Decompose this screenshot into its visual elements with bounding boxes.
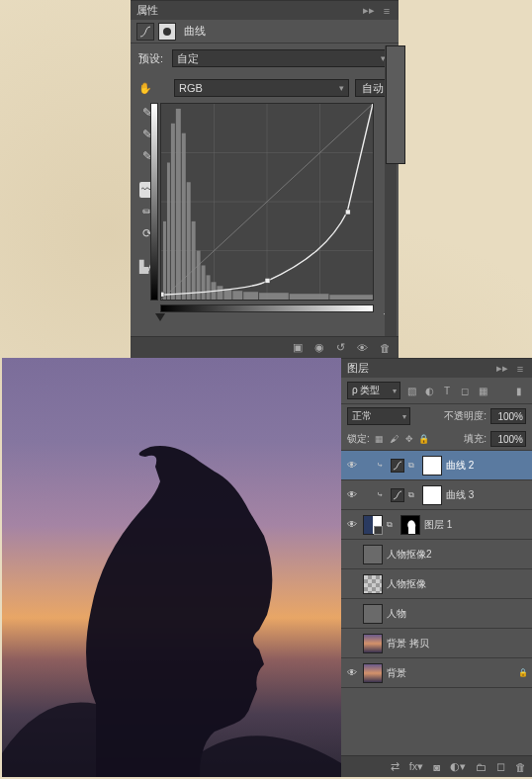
lock-position-icon[interactable]: ✥ <box>403 433 415 445</box>
layer-name-label[interactable]: 人物 <box>387 607 528 621</box>
opacity-input[interactable]: 100% <box>490 408 526 424</box>
channel-select[interactable]: RGB <box>174 79 349 97</box>
visibility-toggle-icon[interactable]: 👁 <box>345 489 359 500</box>
layer-row[interactable]: 人物抠像2 <box>341 540 532 569</box>
curves-adjustment-icon <box>136 23 154 41</box>
layer-name-label[interactable]: 图层 1 <box>424 518 528 532</box>
add-mask-icon[interactable]: ◙ <box>433 761 440 773</box>
link-mask-icon[interactable]: ⧉ <box>387 520 397 530</box>
panel-menu-icon[interactable]: ≡ <box>381 5 393 17</box>
properties-title: 属性 <box>136 3 363 18</box>
filter-shape-icon[interactable]: ◻ <box>458 384 472 397</box>
properties-scrollbar[interactable] <box>385 45 397 336</box>
link-layers-icon[interactable]: ⇄ <box>391 760 399 773</box>
delete-adjustment-icon[interactable]: 🗑 <box>380 342 391 354</box>
curves-graph[interactable] <box>160 103 374 301</box>
svg-rect-13 <box>192 221 196 300</box>
lock-transparent-icon[interactable]: ▦ <box>374 433 386 445</box>
collapse-icon[interactable]: ▸▸ <box>363 5 375 17</box>
toggle-visibility-icon[interactable]: 👁 <box>357 342 368 354</box>
finger-tool-icon[interactable]: ✋ <box>138 82 152 95</box>
filter-smart-icon[interactable]: ▦ <box>476 384 489 397</box>
curves-layer-icon <box>391 488 404 502</box>
layer-row[interactable]: 人物 <box>341 599 532 629</box>
layer-row[interactable]: 背景 拷贝 <box>341 629 532 658</box>
layer-row[interactable]: 👁⤷⧉曲线 2 <box>341 451 532 480</box>
layer-row[interactable]: 👁背景🔒 <box>341 658 532 688</box>
panel-menu-icon[interactable]: ≡ <box>514 363 526 375</box>
svg-rect-20 <box>232 291 242 300</box>
fill-input[interactable]: 100% <box>490 431 526 447</box>
clipping-indicator-icon: ⤷ <box>377 461 387 470</box>
preset-select[interactable]: 自定 <box>172 49 391 67</box>
layer-filter-row: ρ 类型 ▧ ◐ T ◻ ▦ ▮ <box>341 378 532 404</box>
properties-panel: 属性 ▸▸ ≡ 曲线 预设: 自定 ✋ RGB 自动 ✎ ✎ ✎ 〰 ✏ ⟳ ▙… <box>131 0 399 358</box>
channel-row: ✋ RGB 自动 <box>131 73 399 103</box>
view-previous-icon[interactable]: ◉ <box>314 341 324 354</box>
layer-name-label[interactable]: 人物抠像 <box>387 577 528 591</box>
black-point-slider[interactable] <box>155 313 165 321</box>
filter-toggle-icon[interactable]: ▮ <box>512 384 526 397</box>
svg-rect-23 <box>290 294 329 300</box>
layer-name-label[interactable]: 背景 拷贝 <box>387 637 528 650</box>
curves-graph-container <box>160 103 391 301</box>
lock-pixels-icon[interactable]: 🖌 <box>389 433 400 445</box>
lock-label: 锁定: <box>347 432 370 446</box>
filter-adjustment-icon[interactable]: ◐ <box>422 384 436 397</box>
collapse-icon[interactable]: ▸▸ <box>496 363 508 375</box>
link-mask-icon[interactable]: ⧉ <box>408 461 418 471</box>
layer-name-label[interactable]: 曲线 2 <box>446 459 528 473</box>
layer-row[interactable]: 人物抠像 <box>341 569 532 599</box>
svg-rect-9 <box>171 124 175 300</box>
svg-rect-25 <box>161 292 164 297</box>
delete-layer-icon[interactable]: 🗑 <box>515 761 526 773</box>
input-gradient <box>160 304 374 312</box>
properties-titlebar[interactable]: 属性 ▸▸ ≡ <box>131 0 399 20</box>
layer-name-label[interactable]: 曲线 3 <box>446 488 528 502</box>
clip-to-layer-icon[interactable]: ▣ <box>293 341 303 354</box>
lock-fill-row: 锁定: ▦ 🖌 ✥ 🔒 填充: 100% <box>341 428 532 450</box>
filter-pixel-icon[interactable]: ▧ <box>404 384 418 397</box>
clipping-indicator-icon: ⤷ <box>377 490 387 499</box>
layer-fx-icon[interactable]: fx▾ <box>409 760 424 773</box>
svg-rect-18 <box>217 286 222 300</box>
lock-all-icon[interactable]: 🔒 <box>418 433 430 445</box>
layer-filter-select[interactable]: ρ 类型 <box>347 382 400 399</box>
reset-icon[interactable]: ↺ <box>336 341 345 354</box>
svg-rect-16 <box>207 275 211 300</box>
svg-rect-11 <box>182 133 186 300</box>
layer-locked-icon: 🔒 <box>518 668 528 677</box>
layer-thumb[interactable] <box>363 515 383 535</box>
layer-thumb[interactable] <box>363 604 383 624</box>
svg-rect-15 <box>202 265 206 300</box>
curves-svg <box>161 104 373 300</box>
layer-thumb[interactable] <box>363 545 383 564</box>
layers-titlebar[interactable]: 图层 ▸▸ ≡ <box>341 358 532 378</box>
new-layer-icon[interactable]: ◻ <box>496 760 505 773</box>
layer-name-label[interactable]: 人物抠像2 <box>387 548 528 562</box>
new-group-icon[interactable]: 🗀 <box>476 761 487 773</box>
svg-rect-27 <box>345 210 350 215</box>
layer-thumb[interactable] <box>363 663 383 683</box>
layer-name-label[interactable]: 背景 <box>387 666 514 680</box>
adjustment-header: 曲线 <box>131 20 399 43</box>
layer-thumb[interactable] <box>363 574 383 594</box>
link-mask-icon[interactable]: ⧉ <box>408 490 418 500</box>
layer-thumb[interactable] <box>363 634 383 653</box>
layer-mask-thumb[interactable] <box>422 456 442 476</box>
blend-mode-select[interactable]: 正常 <box>347 407 410 425</box>
mask-mode-icon[interactable] <box>158 23 176 41</box>
layer-row[interactable]: 👁⤷⧉曲线 3 <box>341 480 532 510</box>
visibility-toggle-icon[interactable]: 👁 <box>345 667 359 678</box>
svg-rect-8 <box>167 162 170 300</box>
svg-rect-7 <box>163 221 166 300</box>
filter-type-icon[interactable]: T <box>440 384 454 397</box>
blend-opacity-row: 正常 不透明度: 100% <box>341 404 532 428</box>
visibility-toggle-icon[interactable]: 👁 <box>345 519 359 530</box>
layer-mask-thumb[interactable] <box>400 515 420 535</box>
new-adjustment-icon[interactable]: ◐▾ <box>450 760 466 773</box>
layer-row[interactable]: 👁⧉图层 1 <box>341 510 532 540</box>
svg-rect-26 <box>265 278 270 283</box>
visibility-toggle-icon[interactable]: 👁 <box>345 460 359 471</box>
layer-mask-thumb[interactable] <box>422 485 442 505</box>
